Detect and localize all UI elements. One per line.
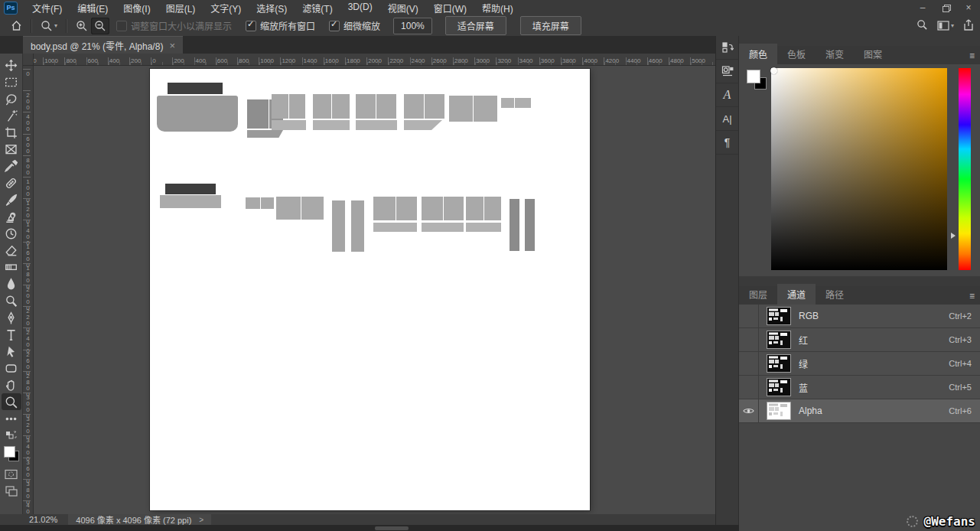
saturation-brightness-field[interactable]: [771, 68, 947, 270]
resize-windows-checkbox-group[interactable]: 调整窗口大小以满屏显示: [116, 19, 232, 32]
menu-item[interactable]: 视图(V): [381, 0, 425, 16]
menu-item[interactable]: 编辑(E): [70, 0, 115, 16]
menu-item[interactable]: 3D(D): [341, 0, 379, 16]
magic-wand-tool[interactable]: [2, 107, 21, 124]
glyphs-panel-icon[interactable]: A: [716, 83, 738, 107]
hue-slider[interactable]: [959, 68, 971, 270]
foreground-background-swatches[interactable]: [4, 446, 19, 461]
menu-item[interactable]: 图像(I): [116, 0, 157, 16]
scrubby-zoom-checkbox-group[interactable]: 细微缩放: [329, 19, 380, 32]
horizontal-scrollbar[interactable]: [375, 526, 409, 530]
blur-tool[interactable]: [2, 275, 21, 292]
swap-colors-icon[interactable]: [5, 429, 18, 443]
menu-item[interactable]: 图层(L): [159, 0, 203, 16]
lasso-tool[interactable]: [2, 90, 21, 107]
zoom-in-button[interactable]: [73, 18, 91, 34]
document-canvas[interactable]: [150, 69, 590, 510]
path-select-tool[interactable]: [2, 343, 21, 360]
zoom-all-windows-checkbox[interactable]: [246, 21, 256, 31]
document-tab-bar: body.psd @ 21% (零件, Alpha/8) ×: [0, 36, 715, 54]
clone-stamp-tool[interactable]: [2, 208, 21, 225]
zoom-tool-preset-icon[interactable]: ▾: [37, 18, 60, 34]
tab-色板[interactable]: 色板: [777, 44, 816, 64]
shape-tool[interactable]: [2, 360, 21, 376]
zoom-all-checkbox-group[interactable]: 缩放所有窗口: [246, 19, 315, 32]
crop-tool[interactable]: [2, 124, 21, 141]
hand-tool[interactable]: [2, 376, 21, 393]
channel-row-RGB[interactable]: RGBCtrl+2: [739, 305, 980, 328]
channel-row-Alpha[interactable]: AlphaCtrl+6: [739, 399, 980, 423]
visibility-toggle[interactable]: [739, 376, 759, 399]
menu-item[interactable]: 滤镜(T): [295, 0, 339, 16]
channel-row-蓝[interactable]: 蓝Ctrl+5: [739, 376, 980, 399]
visibility-toggle[interactable]: [739, 328, 759, 351]
visibility-toggle[interactable]: [739, 399, 759, 422]
spot-healing-tool[interactable]: [2, 174, 21, 191]
menu-item[interactable]: 文件(F): [25, 0, 69, 16]
resize-windows-checkbox[interactable]: [116, 21, 127, 31]
tab-通道[interactable]: 通道: [777, 284, 816, 305]
status-chevron-icon[interactable]: >: [199, 516, 203, 524]
home-icon[interactable]: [8, 18, 25, 34]
ruler-tick: [216, 57, 217, 65]
document-tab[interactable]: body.psd @ 21% (零件, Alpha/8) ×: [23, 36, 183, 54]
channel-row-红[interactable]: 红Ctrl+3: [739, 328, 980, 352]
ellipsis-tool[interactable]: [2, 410, 21, 427]
minimize-button[interactable]: –: [911, 0, 934, 15]
ruler-tick: [366, 57, 367, 65]
pasteboard: [34, 66, 715, 514]
ruler-label: 2000: [368, 57, 382, 64]
gradient-tool[interactable]: [2, 259, 21, 275]
visibility-toggle[interactable]: [739, 352, 759, 375]
visibility-toggle[interactable]: [739, 305, 759, 327]
document-info[interactable]: 4096 像素 x 4096 像素 (72 ppi) >: [68, 514, 211, 525]
brush-tool[interactable]: [2, 191, 21, 208]
eyedropper-tool[interactable]: [2, 158, 21, 174]
pen-tool[interactable]: [2, 309, 21, 326]
zoom-percent-button[interactable]: 100%: [393, 18, 432, 34]
panel-menu-icon[interactable]: ≡: [969, 50, 975, 61]
tab-颜色[interactable]: 颜色: [739, 44, 777, 64]
panel-color-swatches[interactable]: [747, 70, 767, 90]
type-tool[interactable]: [2, 326, 21, 343]
move-tool[interactable]: [2, 57, 21, 73]
menu-item[interactable]: 帮助(H): [475, 0, 520, 16]
share-icon[interactable]: [963, 19, 974, 33]
screen-mode-button[interactable]: [2, 483, 21, 500]
status-zoom-level[interactable]: 21.02%: [29, 515, 57, 524]
foreground-color-swatch[interactable]: [747, 70, 760, 83]
adjustments-panel-icon[interactable]: [716, 60, 738, 83]
color-picker-circle[interactable]: [770, 67, 777, 74]
tab-图层[interactable]: 图层: [739, 284, 777, 305]
restore-button[interactable]: [934, 0, 957, 15]
tab-图案[interactable]: 图案: [854, 44, 892, 64]
foreground-color-swatch[interactable]: [4, 446, 15, 458]
quick-mask-button[interactable]: [2, 466, 21, 483]
zoom-out-button[interactable]: [91, 18, 109, 34]
paragraph-panel-icon[interactable]: ¶: [716, 131, 738, 155]
fit-screen-button[interactable]: 适合屏幕: [445, 16, 506, 35]
search-icon[interactable]: [917, 19, 928, 33]
ruler-label: 1000: [44, 57, 58, 64]
tab-渐变[interactable]: 渐变: [816, 44, 854, 64]
frame-tool[interactable]: [2, 141, 21, 158]
zoom-tool[interactable]: [2, 393, 21, 410]
tab-路径[interactable]: 路径: [816, 284, 854, 305]
workspace-switcher[interactable]: ▾: [937, 21, 954, 31]
hue-slider-marker[interactable]: [951, 233, 956, 239]
history-panel-icon[interactable]: [716, 36, 738, 60]
eraser-tool[interactable]: [2, 242, 21, 259]
character-panel-icon[interactable]: A|: [716, 107, 738, 131]
scrubby-zoom-checkbox[interactable]: [329, 21, 340, 31]
menu-item[interactable]: 窗口(W): [427, 0, 474, 16]
dodge-tool[interactable]: [2, 292, 21, 309]
history-brush-tool[interactable]: [2, 225, 21, 242]
channel-row-绿[interactable]: 绿Ctrl+4: [739, 352, 980, 376]
panel-menu-icon[interactable]: ≡: [969, 291, 975, 301]
fill-screen-button[interactable]: 填充屏幕: [520, 16, 581, 35]
menu-item[interactable]: 文字(Y): [203, 0, 248, 16]
marquee-tool[interactable]: [2, 73, 21, 90]
close-button[interactable]: ×: [957, 0, 980, 15]
menu-item[interactable]: 选择(S): [249, 0, 294, 16]
tab-close-icon[interactable]: ×: [169, 40, 175, 51]
